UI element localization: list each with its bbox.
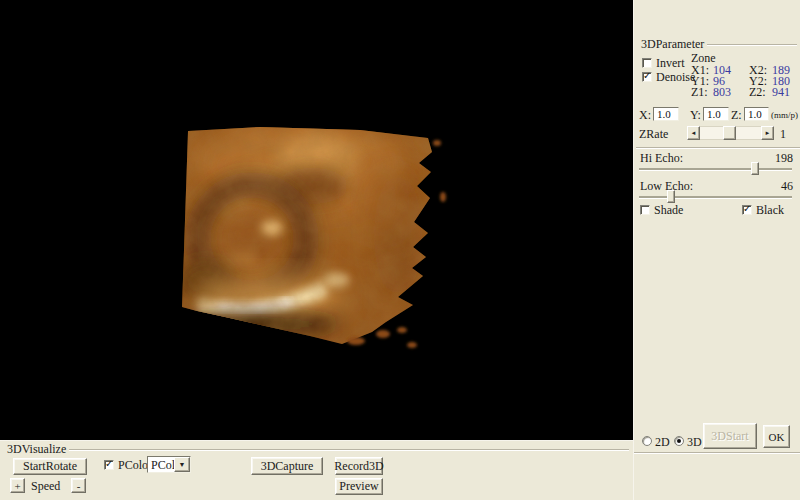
z-scale-label: Z: <box>731 109 742 121</box>
parameter-panel: 3DParameter ✓ Invert ✓ Denoise Zone X1: … <box>633 0 800 500</box>
zone-z1-label: Z1: <box>691 86 708 98</box>
speed-label: Speed <box>31 480 60 492</box>
pcolor-dropdown[interactable]: PColor ▼ <box>147 456 191 473</box>
y-scale-input[interactable] <box>703 107 729 121</box>
zrate-scrollbar-thumb[interactable] <box>723 126 736 140</box>
denoise-checkbox[interactable]: ✓ <box>642 72 652 82</box>
mode-2d-label: 2D <box>655 436 670 448</box>
zone-z1-value: 803 <box>713 86 731 98</box>
ok-button[interactable]: OK <box>763 425 790 448</box>
mode-3d-radio[interactable] <box>674 436 684 446</box>
zone-z2-value: 941 <box>772 86 790 98</box>
visualize-group-title: 3DVisualize <box>6 443 69 456</box>
zrate-label: ZRate <box>639 128 668 140</box>
speed-plus-button[interactable]: + <box>10 478 25 493</box>
visualize-group-border <box>6 449 629 450</box>
low-echo-slider-track <box>639 196 792 199</box>
y-scale-label: Y: <box>690 109 701 121</box>
speed-minus-button[interactable]: - <box>71 478 86 493</box>
preview-button[interactable]: Preview <box>335 478 383 495</box>
record3d-button[interactable]: Record3D <box>335 457 383 475</box>
ultrasound-3d-app: { "icons": { "check": "✓", "dropdown_arr… <box>0 0 800 500</box>
zrate-value: 1 <box>780 128 786 140</box>
hi-echo-slider[interactable] <box>639 162 792 176</box>
black-checkbox[interactable]: ✓ <box>742 205 752 215</box>
scroll-right-button[interactable]: ► <box>761 126 774 140</box>
invert-checkbox[interactable]: ✓ <box>642 58 652 68</box>
invert-label: Invert <box>656 57 685 69</box>
visualize-panel: 3DVisualize StartRotate + Speed - ✓ PCol… <box>0 440 633 500</box>
3dcapture-button[interactable]: 3DCapture <box>251 457 323 475</box>
shade-checkbox[interactable]: ✓ <box>640 205 650 215</box>
render-viewport[interactable] <box>0 0 633 440</box>
hi-echo-slider-thumb[interactable] <box>751 162 759 175</box>
zrate-scrollbar[interactable]: ◄ ► <box>687 126 774 140</box>
chevron-down-icon: ▼ <box>179 461 186 469</box>
check-icon: ✓ <box>643 70 651 82</box>
shade-label: Shade <box>654 204 683 216</box>
x-scale-label: X: <box>639 109 651 121</box>
divider <box>634 452 800 453</box>
divider <box>636 147 800 148</box>
radio-dot-icon <box>677 439 681 443</box>
pcolor-dropdown-value: PColor <box>148 457 174 472</box>
black-label: Black <box>756 204 784 216</box>
dropdown-arrow-button[interactable]: ▼ <box>174 457 190 472</box>
scroll-right-icon: ► <box>765 130 771 136</box>
denoise-label: Denoise <box>656 71 695 83</box>
zrate-scrollbar-track[interactable] <box>700 126 761 140</box>
check-icon: ✓ <box>743 203 751 215</box>
scale-unit-label: (mm/p) <box>771 109 798 121</box>
ultrasound-volume-image <box>0 0 633 440</box>
start-rotate-button[interactable]: StartRotate <box>13 458 87 475</box>
low-echo-slider[interactable] <box>639 190 792 204</box>
scroll-left-button[interactable]: ◄ <box>687 126 700 140</box>
3dstart-button[interactable]: 3DStart <box>703 423 757 449</box>
check-icon: ✓ <box>105 458 113 470</box>
mode-2d-radio[interactable] <box>642 436 652 446</box>
x-scale-input[interactable] <box>653 107 679 121</box>
mode-3d-label: 3D <box>687 436 702 448</box>
low-echo-slider-thumb[interactable] <box>667 190 675 203</box>
pcolor-checkbox[interactable]: ✓ <box>104 460 114 470</box>
parameter-group-title: 3DParameter <box>640 38 707 51</box>
z-scale-input[interactable] <box>744 107 769 121</box>
scroll-left-icon: ◄ <box>691 130 697 136</box>
zone-z2-label: Z2: <box>749 86 766 98</box>
hi-echo-slider-track <box>639 168 792 171</box>
